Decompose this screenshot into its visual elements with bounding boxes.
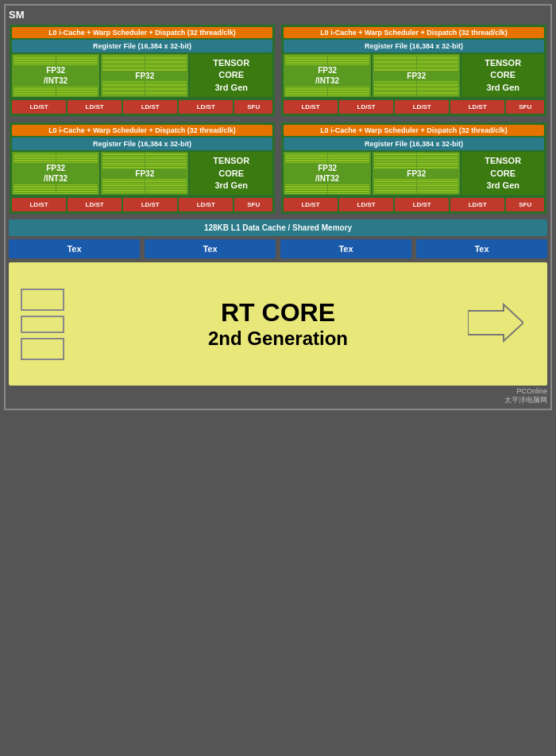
rt-core-line2: 2nd Generation — [208, 328, 348, 350]
warp-scheduler-bar-2: L0 i-Cache + Warp Scheduler + Dispatch (… — [284, 27, 544, 38]
register-file-bar-2: Register File (16,384 x 32-bit) — [284, 40, 544, 52]
ldst-4-2: LD/ST — [339, 198, 393, 211]
sfu-3: SFU — [234, 198, 272, 211]
tex-cell-1: Tex — [9, 239, 140, 258]
ldst-2-3: LD/ST — [395, 100, 449, 114]
register-file-bar-4: Register File (16,384 x 32-bit) — [284, 138, 544, 150]
ldst-2-1: LD/ST — [284, 100, 338, 114]
tex-cell-3: Tex — [280, 239, 411, 258]
sfu-1: SFU — [234, 100, 272, 114]
ldst-3-2: LD/ST — [68, 198, 122, 211]
quadrant-2: L0 i-Cache + Warp Scheduler + Dispatch (… — [280, 24, 547, 117]
ldst-1-1: LD/ST — [12, 100, 66, 114]
fp32-int32-label-1: FP32/INT32 — [14, 65, 98, 86]
fp32-label-1: FP32 — [102, 72, 187, 80]
watermark: PCOnline太平洋电脑网 — [9, 387, 547, 405]
tex-cell-4: Tex — [416, 239, 547, 258]
ldst-4-3: LD/ST — [395, 198, 449, 211]
sfu-4: SFU — [506, 198, 544, 211]
tensor-core-label-1: TENSORCORE3rd Gen — [213, 57, 249, 94]
fp32-label-3: FP32 — [102, 169, 187, 178]
quadrant-1: L0 i-Cache + Warp Scheduler + Dispatch (… — [9, 24, 276, 117]
quadrant-3: L0 i-Cache + Warp Scheduler + Dispatch (… — [9, 122, 276, 215]
ldst-4-1: LD/ST — [284, 198, 338, 211]
ldst-3-4: LD/ST — [179, 198, 233, 211]
sfu-2: SFU — [506, 100, 544, 114]
ldst-1-4: LD/ST — [179, 100, 233, 114]
ldst-1-2: LD/ST — [68, 100, 122, 114]
tex-row: Tex Tex Tex Tex — [9, 239, 547, 258]
fp32-int32-label-3: FP32/INT32 — [14, 163, 98, 184]
tex-cell-2: Tex — [145, 239, 276, 258]
ldst-3-1: LD/ST — [12, 198, 66, 211]
ldst-4-4: LD/ST — [450, 198, 504, 211]
warp-scheduler-bar-4: L0 i-Cache + Warp Scheduler + Dispatch (… — [284, 125, 544, 136]
ldst-1-3: LD/ST — [123, 100, 177, 114]
svg-marker-0 — [468, 304, 523, 341]
sm-label: SM — [9, 9, 547, 21]
rt-core-box: RT CORE 2nd Generation — [9, 262, 547, 386]
quadrants-grid: L0 i-Cache + Warp Scheduler + Dispatch (… — [9, 24, 547, 215]
bottom-row-3: LD/ST LD/ST LD/ST LD/ST SFU — [12, 198, 272, 211]
fp32-int32-label-4: FP32/INT32 — [285, 163, 369, 184]
tensor-core-label-2: TENSORCORE3rd Gen — [485, 57, 521, 94]
ldst-3-3: LD/ST — [123, 198, 177, 211]
quadrant-4: L0 i-Cache + Warp Scheduler + Dispatch (… — [280, 122, 547, 215]
warp-scheduler-bar-3: L0 i-Cache + Warp Scheduler + Dispatch (… — [12, 125, 272, 136]
bottom-row-1: LD/ST LD/ST LD/ST LD/ST SFU — [12, 100, 272, 114]
warp-scheduler-bar-1: L0 i-Cache + Warp Scheduler + Dispatch (… — [12, 27, 272, 38]
fp32-label-2: FP32 — [374, 72, 458, 80]
rt-arrow-icon — [468, 303, 523, 343]
ldst-2-2: LD/ST — [339, 100, 393, 114]
register-file-bar-3: Register File (16,384 x 32-bit) — [12, 138, 272, 150]
bottom-row-2: LD/ST LD/ST LD/ST LD/ST SFU — [284, 100, 544, 114]
fp32-int32-label-2: FP32/INT32 — [285, 65, 369, 86]
tensor-core-label-3: TENSORCORE3rd Gen — [213, 155, 249, 192]
rt-core-line1: RT CORE — [208, 298, 348, 328]
ldst-2-4: LD/ST — [450, 100, 504, 114]
l1-cache-bar: 128KB L1 Data Cache / Shared Memory — [9, 219, 547, 236]
bottom-row-4: LD/ST LD/ST LD/ST LD/ST SFU — [284, 198, 544, 211]
tensor-core-label-4: TENSORCORE3rd Gen — [485, 155, 521, 192]
fp32-label-4: FP32 — [374, 169, 458, 178]
register-file-bar-1: Register File (16,384 x 32-bit) — [12, 40, 272, 52]
